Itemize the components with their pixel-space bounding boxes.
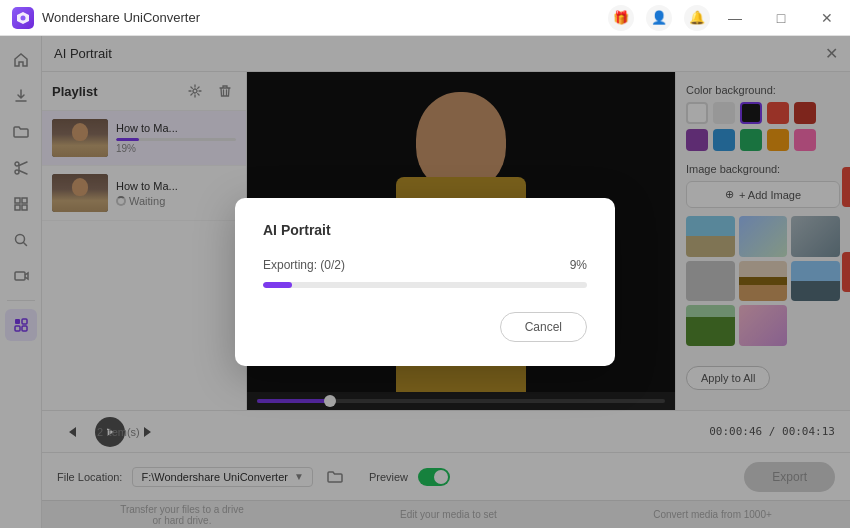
- modal-title: AI Portrait: [263, 222, 587, 238]
- modal-overlay: AI Portrait Exporting: (0/2) 9% Cancel: [0, 36, 850, 528]
- modal-progress-track: [263, 282, 587, 288]
- title-bar: Wondershare UniConverter 🎁 👤 🔔 — □ ✕: [0, 0, 850, 36]
- bell-icon[interactable]: 🔔: [684, 5, 710, 31]
- modal-status: Exporting: (0/2) 9%: [263, 258, 587, 272]
- window-controls: — □ ✕: [712, 0, 850, 36]
- modal-actions: Cancel: [263, 312, 587, 342]
- modal-progress-fill: [263, 282, 292, 288]
- user-icon[interactable]: 👤: [646, 5, 672, 31]
- minimize-button[interactable]: —: [712, 0, 758, 36]
- title-bar-icons: 🎁 👤 🔔: [608, 5, 710, 31]
- modal-percent: 9%: [570, 258, 587, 272]
- maximize-button[interactable]: □: [758, 0, 804, 36]
- app-title: Wondershare UniConverter: [42, 10, 200, 25]
- gift-icon[interactable]: 🎁: [608, 5, 634, 31]
- close-button[interactable]: ✕: [804, 0, 850, 36]
- app-logo: [12, 7, 34, 29]
- modal-cancel-button[interactable]: Cancel: [500, 312, 587, 342]
- modal: AI Portrait Exporting: (0/2) 9% Cancel: [235, 198, 615, 366]
- modal-status-text: Exporting: (0/2): [263, 258, 345, 272]
- svg-point-0: [21, 15, 26, 20]
